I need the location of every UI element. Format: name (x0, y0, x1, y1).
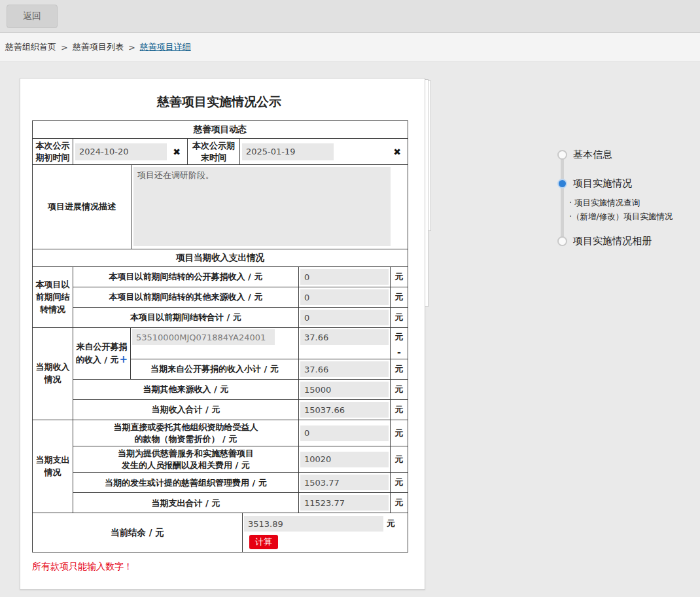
main-area: 慈善项目实施情况公示 慈善项目动态 本次公示期初时间 ✖ (0, 62, 700, 596)
breadcrumb-link-home[interactable]: 慈善组织首页 (5, 41, 56, 53)
breadcrumb-separator: > (128, 43, 135, 52)
finance-row-label: 当期来自公开募捐的收入小计 / 元 (131, 359, 299, 380)
finance-value-input[interactable] (300, 475, 389, 490)
period-start-clear-icon[interactable]: ✖ (173, 147, 181, 156)
finance-value-input[interactable] (300, 310, 389, 325)
unit-label: 元 (391, 308, 408, 328)
table-row: 项目进展情况描述 项目还在调研阶段。 (33, 165, 408, 249)
finance-row-label: 当期直接或委托其他组织资助给受益人 的款物（物资需折价） / 元 (73, 420, 299, 446)
form-card-stack: 慈善项目实施情况公示 慈善项目动态 本次公示期初时间 ✖ (20, 78, 438, 590)
step-label: 项目实施情况 (573, 177, 632, 190)
balance-label: 当前结余 / 元 (33, 513, 243, 552)
balance-table: 当前结余 / 元 元 计算 (32, 513, 408, 552)
breadcrumb-current-project-detail[interactable]: 慈善项目详细 (140, 41, 191, 53)
finance-row-label: 当期其他来源收入 / 元 (73, 380, 299, 400)
finance-value-cell (299, 308, 391, 328)
period-end-label: 本次公示期末时间 (188, 139, 240, 165)
breadcrumb-link-project-list[interactable]: 慈善项目列表 (73, 41, 124, 53)
balance-input[interactable] (244, 516, 383, 532)
donation-code-cell (131, 328, 299, 359)
step-label: 项目实施情况相册 (573, 235, 652, 247)
progress-desc-textarea[interactable]: 项目还在调研阶段。 (133, 167, 391, 246)
table-row: 慈善项目动态 (33, 121, 408, 139)
finance-row-label: 当期为提供慈善服务和实施慈善项目 发生的人员报酬以及相关费用 / 元 (73, 446, 299, 473)
table-row: 当期收入合计 / 元 元 (33, 400, 408, 420)
step-track (561, 155, 564, 242)
expense-group-label: 当期支出情况 (33, 420, 73, 513)
finance-value-cell (299, 287, 391, 308)
finance-value-cell (299, 267, 391, 287)
finance-table: 本项目以前期间结转情况 本项目以前期间结转的公开募捐收入 / 元 元 本项目以前… (32, 266, 408, 513)
unit-label: 元 (391, 473, 408, 493)
donation-amount-input[interactable] (300, 329, 389, 345)
step-sublink-query[interactable]: · 项目实施情况查询 (569, 198, 640, 209)
period-end-clear-icon[interactable]: ✖ (393, 147, 401, 156)
finance-row-label: 本项目以前期间结转的其他来源收入 / 元 (73, 287, 299, 308)
unit-cell: 元 - (391, 328, 408, 359)
step-item-basic-info[interactable]: 基本信息 (557, 149, 612, 160)
balance-cell: 元 计算 (243, 513, 408, 552)
unit-label: 元 (391, 359, 408, 380)
donation-amount-cell (299, 328, 391, 359)
period-start-label: 本次公示期初时间 (33, 139, 73, 165)
back-button[interactable]: 返回 (7, 5, 58, 28)
finance-value-cell (299, 493, 391, 513)
form-card: 慈善项目实施情况公示 慈善项目动态 本次公示期初时间 ✖ (20, 78, 425, 590)
finance-value-input[interactable] (300, 495, 389, 511)
step-sublink-add-edit[interactable]: ·（新增/修改）项目实施情况 (569, 211, 673, 223)
remove-donation-row-button[interactable]: - (397, 348, 401, 357)
unit-label: 元 (391, 420, 408, 446)
finance-value-input[interactable] (300, 382, 389, 397)
unit-label: 元 (391, 267, 408, 287)
finance-value-cell (299, 359, 391, 380)
unit-label: 元 (391, 380, 408, 400)
finance-row-label: 本项目以前期间结转的公开募捐收入 / 元 (73, 267, 299, 287)
table-row: 本次公示期初时间 ✖ 本次公示期末时间 ✖ (33, 139, 408, 165)
dates-table: 本次公示期初时间 ✖ 本次公示期末时间 ✖ (32, 138, 408, 165)
unit-label: 元 (391, 493, 408, 513)
unit-label: 元 (387, 518, 395, 530)
breadcrumb: 慈善组织首页 > 慈善项目列表 > 慈善项目详细 (0, 33, 700, 62)
finance-section-header: 项目当期收入支出情况 (33, 249, 408, 267)
finance-value-input[interactable] (300, 289, 389, 305)
donation-code-input[interactable] (132, 329, 275, 345)
step-item-album[interactable]: 项目实施情况相册 (557, 235, 652, 247)
period-start-input[interactable] (75, 143, 167, 160)
breadcrumb-separator: > (61, 43, 68, 52)
finance-value-input[interactable] (300, 452, 389, 467)
step-item-implementation[interactable]: 项目实施情况 (557, 177, 632, 189)
income-group-label: 当期收入情况 (33, 328, 73, 420)
finance-value-input[interactable] (300, 361, 389, 377)
donation-source-label: 来自公开募捐的收入 / 元+ (73, 328, 131, 380)
table-row: 当期其他来源收入 / 元 元 (33, 380, 408, 400)
table-row: 本项目以前期间结转的其他来源收入 / 元 元 (33, 287, 408, 308)
period-end-cell: ✖ (240, 139, 408, 165)
step-circle-active (557, 179, 567, 189)
finance-value-input[interactable] (300, 425, 389, 441)
dynamics-section-header: 慈善项目动态 (33, 121, 408, 139)
table-row: 当前结余 / 元 元 计算 (33, 513, 408, 552)
table-row: 本项目以前期间结转情况 本项目以前期间结转的公开募捐收入 / 元 元 (33, 267, 408, 287)
unit-label: 元 (391, 400, 408, 420)
step-circle (557, 236, 567, 246)
table-row: 本项目以前期间结转合计 / 元 元 (33, 308, 408, 328)
carryover-group-label: 本项目以前期间结转情况 (33, 267, 73, 328)
finance-value-input[interactable] (300, 269, 389, 285)
period-start-cell: ✖ (73, 139, 188, 165)
progress-desc-cell: 项目还在调研阶段。 (131, 165, 408, 249)
period-end-input[interactable] (242, 143, 334, 160)
finance-value-input[interactable] (300, 402, 389, 418)
finance-row-label: 当期支出合计 / 元 (73, 493, 299, 513)
add-donation-row-button[interactable]: + (120, 353, 128, 365)
finance-value-cell (299, 446, 391, 473)
unit-label: 元 (391, 446, 408, 473)
unit-label: 元 (395, 331, 404, 343)
unit-label: 元 (391, 287, 408, 308)
validation-note: 所有款项只能输入数字！ (32, 561, 406, 573)
table-row: 当期支出情况 当期直接或委托其他组织资助给受益人 的款物（物资需折价） / 元 … (33, 420, 408, 446)
calculate-button[interactable]: 计算 (249, 535, 278, 549)
progress-desc-label: 项目进展情况描述 (33, 165, 131, 249)
top-bar: 返回 (0, 0, 700, 33)
table-row: 当期支出合计 / 元 元 (33, 493, 408, 513)
table-row: 当期的发生或计提的慈善组织管理费用 / 元 元 (33, 473, 408, 493)
